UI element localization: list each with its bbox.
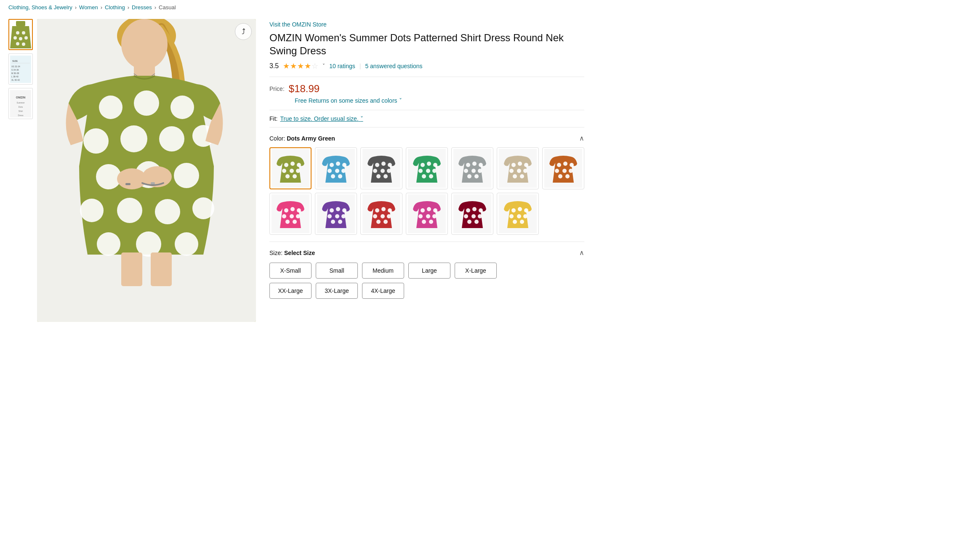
svg-point-166: [513, 220, 517, 224]
free-returns-chevron: ˅: [399, 97, 402, 104]
svg-point-58: [285, 174, 290, 178]
breadcrumb-clothing-shoes[interactable]: Clothing, Shoes & Jewelry: [8, 4, 72, 11]
fit-label: Fit:: [269, 115, 277, 122]
svg-point-125: [336, 207, 340, 211]
svg-point-163: [509, 214, 514, 218]
svg-point-65: [335, 169, 339, 173]
svg-point-85: [422, 174, 426, 178]
svg-point-149: [429, 220, 433, 224]
svg-point-7: [16, 42, 19, 45]
qa-link[interactable]: 5 answered questions: [365, 63, 422, 69]
svg-text:SIZE: SIZE: [12, 60, 18, 62]
size-collapse-icon[interactable]: ∧: [579, 249, 584, 257]
svg-point-158: [474, 220, 479, 224]
main-product-image: [37, 19, 256, 322]
main-image-wrap: ⤴: [37, 19, 256, 322]
main-container: SIZE XS 32-34 S 34-36 M 36-38 L 38-40 XL…: [0, 15, 589, 326]
color-swatch-light-gray[interactable]: [451, 147, 493, 189]
color-swatch-magenta[interactable]: [406, 193, 448, 235]
breadcrumb-sep-4: ›: [154, 4, 156, 11]
breadcrumb-dresses[interactable]: Dresses: [132, 4, 152, 11]
svg-point-133: [375, 208, 379, 213]
svg-point-154: [464, 214, 468, 218]
svg-point-155: [471, 214, 476, 218]
svg-point-33: [159, 126, 184, 151]
svg-point-99: [524, 163, 528, 167]
svg-point-62: [336, 162, 340, 166]
fit-dropdown-icon: ˅: [360, 115, 363, 122]
color-swatch-orange-brown[interactable]: [542, 147, 584, 189]
color-swatch-purple[interactable]: [315, 193, 357, 235]
thumbnail-1[interactable]: [8, 19, 33, 50]
svg-point-64: [328, 169, 332, 173]
size-label: Size:: [269, 250, 282, 256]
size-xlarge[interactable]: X-Large: [455, 263, 497, 279]
color-collapse-icon[interactable]: ∧: [579, 134, 584, 142]
svg-point-124: [330, 208, 334, 213]
ratings-link[interactable]: 10 ratings: [329, 63, 355, 69]
star-rating[interactable]: ★ ★ ★ ★ ☆: [283, 61, 318, 71]
svg-point-28: [99, 96, 122, 119]
breadcrumb-casual: Casual: [159, 4, 176, 11]
breadcrumb-sep-2: ›: [101, 4, 102, 11]
svg-point-90: [479, 163, 483, 167]
svg-point-135: [388, 208, 392, 213]
breadcrumb-women[interactable]: Women: [79, 4, 98, 11]
star-4: ★: [304, 61, 311, 71]
svg-point-147: [432, 214, 437, 218]
color-swatch-dark-red[interactable]: [451, 193, 493, 235]
fit-value[interactable]: True to size. Order usual size. ˅: [280, 115, 363, 122]
svg-point-100: [509, 169, 514, 173]
svg-point-41: [192, 197, 214, 219]
size-3xlarge[interactable]: 3X-Large: [316, 283, 358, 299]
svg-point-115: [284, 208, 288, 213]
thumbnail-3[interactable]: OMZIN Summer Dots Shirt Dress: [8, 88, 33, 119]
svg-point-167: [520, 220, 524, 224]
rating-dropdown-icon[interactable]: ˅: [322, 63, 325, 69]
image-section: SIZE XS 32-34 S 34-36 M 36-38 L 38-40 XL…: [8, 19, 253, 322]
svg-point-130: [331, 220, 335, 224]
size-small[interactable]: Small: [316, 263, 358, 279]
svg-point-52: [284, 163, 288, 167]
color-swatch-red[interactable]: [360, 193, 402, 235]
color-swatch-green[interactable]: [406, 147, 448, 189]
svg-point-4: [13, 36, 17, 40]
breadcrumb-clothing[interactable]: Clothing: [105, 4, 125, 11]
size-4xlarge[interactable]: 4X-Large: [362, 283, 404, 299]
color-swatch-beige[interactable]: [497, 147, 539, 189]
size-large[interactable]: Large: [408, 263, 450, 279]
color-swatch-blue[interactable]: [315, 147, 357, 189]
thumbnail-list: SIZE XS 32-34 S 34-36 M 36-38 L 38-40 XL…: [8, 19, 33, 322]
share-button[interactable]: ⤴: [235, 23, 252, 40]
svg-point-146: [426, 214, 430, 218]
svg-point-97: [511, 163, 516, 167]
svg-point-37: [174, 163, 199, 188]
thumbnail-2[interactable]: SIZE XS 32-34 S 34-36 M 36-38 L 38-40 XL…: [8, 53, 33, 85]
svg-point-110: [562, 169, 567, 173]
svg-point-55: [282, 169, 286, 173]
product-title: OMZIN Women's Summer Dots Patterned Shir…: [269, 31, 584, 57]
svg-point-157: [467, 220, 471, 224]
color-row-2: [269, 193, 584, 235]
price-label: Price:: [269, 85, 285, 92]
color-swatch-yellow[interactable]: [497, 193, 539, 235]
size-medium[interactable]: Medium: [362, 263, 404, 279]
free-returns-link[interactable]: Free Returns on some sizes and colors ˅: [295, 97, 584, 104]
svg-point-63: [342, 163, 346, 167]
color-swatch-pink[interactable]: [269, 193, 312, 235]
svg-point-92: [471, 169, 476, 173]
store-link[interactable]: Visit the OMZIN Store: [269, 21, 327, 28]
size-label-row: Size: Select Size: [269, 250, 315, 256]
color-label: Color:: [269, 135, 285, 142]
svg-point-8: [22, 43, 25, 46]
svg-point-142: [421, 208, 425, 213]
size-xsmall[interactable]: X-Small: [269, 263, 312, 279]
svg-point-160: [511, 208, 516, 213]
svg-text:OMZIN: OMZIN: [16, 96, 26, 99]
svg-text:S  34-36: S 34-36: [11, 69, 19, 71]
color-swatch-army-green[interactable]: [269, 147, 312, 189]
size-header: Size: Select Size ∧: [269, 249, 584, 257]
color-swatch-dark-gray[interactable]: [360, 147, 402, 189]
size-xxlarge[interactable]: XX-Large: [269, 283, 312, 299]
svg-point-148: [422, 220, 426, 224]
